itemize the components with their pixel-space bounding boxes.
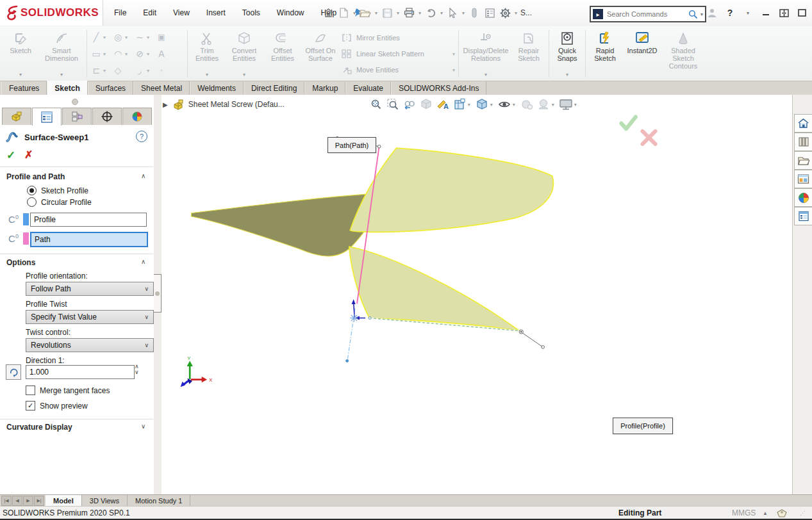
zoom-to-area-icon[interactable] <box>385 97 401 112</box>
spin-down-icon[interactable]: ∨ <box>135 370 139 375</box>
options-list-icon[interactable] <box>482 0 497 26</box>
mirror-entities-button[interactable]: Mirror Entities <box>341 31 455 45</box>
line-icon[interactable]: ╱ <box>89 32 103 42</box>
search-input[interactable] <box>606 10 686 19</box>
circular-profile-radio[interactable] <box>27 197 37 207</box>
line-dropdown[interactable]: ▾ <box>103 35 111 40</box>
tab-scroll-prev[interactable]: ◀ <box>12 496 22 506</box>
design-library-button[interactable] <box>794 133 812 151</box>
display-delete-dropdown[interactable]: ▾ <box>485 71 487 79</box>
fillet-icon[interactable]: ◞ <box>133 65 147 76</box>
show-preview-row[interactable]: ✓ Show preview <box>26 401 88 410</box>
view-settings-dropdown[interactable]: ▾ <box>574 102 580 108</box>
circular-profile-radio-row[interactable]: Circular Profile <box>27 197 92 207</box>
surface-top-lobe[interactable] <box>350 148 553 232</box>
offset-on-surface-button[interactable]: Offset On Surface <box>301 28 340 79</box>
arc-dropdown[interactable]: ▾ <box>125 51 133 57</box>
view-orientation-dropdown[interactable]: ▾ <box>468 102 474 108</box>
merge-tangent-row[interactable]: Merge tangent faces <box>26 386 110 395</box>
move-entities-dropdown[interactable]: ▾ <box>452 67 455 73</box>
help-dropdown[interactable]: ▾ <box>741 0 755 26</box>
print-icon[interactable] <box>401 0 417 26</box>
tab-scroll-last[interactable]: ▶| <box>34 496 44 506</box>
toggle-icon[interactable] <box>467 0 482 26</box>
edit-appearance-icon[interactable] <box>518 97 535 112</box>
linear-sketch-pattern-button[interactable]: Linear Sketch Pattern ▾ <box>341 47 455 61</box>
search-commands-box[interactable]: ▸ ▾ <box>590 6 706 22</box>
search-dropdown[interactable]: ▾ <box>700 12 703 17</box>
menu-edit[interactable]: Edit <box>143 8 156 17</box>
file-explorer-button[interactable] <box>794 151 812 170</box>
tab-direct-editing[interactable]: Direct Editing <box>244 81 304 95</box>
display-delete-relations-button[interactable]: Display/Delete Relations ▾ <box>461 28 511 79</box>
shaded-sketch-contours-button[interactable]: Shaded Sketch Contours <box>662 28 704 79</box>
convert-entities-button[interactable]: Convert Entities ▾ <box>224 28 264 79</box>
sketch-button[interactable]: Sketch ▾ <box>3 28 38 79</box>
tag-icon[interactable] <box>777 509 787 517</box>
path-selection-box[interactable]: Path <box>30 232 148 247</box>
menu-insert[interactable]: Insert <box>206 8 226 17</box>
options-header[interactable]: Options <box>6 258 35 267</box>
revolutions-input[interactable] <box>26 365 135 379</box>
undo-icon[interactable] <box>423 0 438 26</box>
quick-snaps-dropdown[interactable]: ▾ <box>566 71 568 79</box>
linear-pattern-dropdown[interactable]: ▾ <box>452 51 455 57</box>
rectangle-dropdown[interactable]: ▾ <box>103 51 111 57</box>
tab-motion-study-1[interactable]: Motion Study 1 <box>128 495 190 507</box>
circle-icon[interactable]: ◎ <box>111 32 125 42</box>
trim-entities-button[interactable]: Trim Entities ▾ <box>190 28 224 79</box>
tab-solidworks-addins[interactable]: SOLIDWORKS Add-Ins <box>391 81 486 95</box>
minimize-button[interactable] <box>759 0 773 26</box>
apply-scene-dropdown[interactable]: ▾ <box>552 102 558 108</box>
hide-show-items-icon[interactable] <box>496 97 513 112</box>
polygon-icon[interactable]: ◇ <box>111 65 125 76</box>
profile-twist-dropdown[interactable]: Specify Twist Value∨ <box>26 310 154 324</box>
zoom-to-fit-icon[interactable] <box>368 97 385 112</box>
fillet-dropdown[interactable]: ▾ <box>147 68 154 74</box>
accept-check-icon[interactable] <box>621 117 635 129</box>
custom-properties-button[interactable] <box>794 207 812 225</box>
document-label[interactable]: Sheet Metal Screw (Defau... <box>188 100 285 109</box>
units-dropdown-arrow[interactable]: ▲ <box>763 510 768 516</box>
tab-markup[interactable]: Markup <box>304 81 345 95</box>
quick-snaps-button[interactable]: Quick Snaps ▾ <box>551 28 583 79</box>
overflow-label[interactable]: S... <box>520 8 532 17</box>
new-document-icon[interactable] <box>336 0 351 26</box>
paste-region-icon[interactable]: ▣ <box>154 33 169 42</box>
revolutions-spinner[interactable]: ∧∨ <box>135 364 139 375</box>
apply-scene-icon[interactable] <box>535 97 552 112</box>
home-icon[interactable] <box>320 0 336 26</box>
flyout-tree-arrow-icon[interactable]: ▶ <box>163 101 168 108</box>
view-orientation-icon[interactable] <box>451 97 468 112</box>
spline-icon[interactable]: ∼ <box>133 32 147 42</box>
slot-dropdown[interactable]: ▾ <box>103 68 111 74</box>
configuration-manager-tab[interactable] <box>62 108 92 125</box>
solidworks-resources-button[interactable] <box>794 114 812 133</box>
tab-3d-views[interactable]: 3D Views <box>82 495 128 507</box>
slot-icon[interactable]: ⊏ <box>89 65 103 76</box>
smart-dimension-dropdown[interactable]: ▾ <box>60 71 63 79</box>
rapid-sketch-button[interactable]: Rapid Sketch <box>588 28 622 79</box>
circle-dropdown[interactable]: ▾ <box>125 35 133 40</box>
repair-sketch-button[interactable]: Repair Sketch <box>511 28 547 79</box>
sketch-dropdown[interactable]: ▾ <box>19 71 22 79</box>
units-selector[interactable]: MMGS <box>732 508 756 517</box>
menu-file[interactable]: File <box>114 8 126 17</box>
profile-selection-box[interactable]: Profile <box>30 213 147 227</box>
tab-evaluate[interactable]: Evaluate <box>345 81 391 95</box>
arc-icon[interactable]: ◠ <box>111 49 125 59</box>
property-manager-tab[interactable] <box>32 108 62 126</box>
profile-orientation-dropdown[interactable]: Follow Path∨ <box>26 282 154 296</box>
confirmation-corner[interactable] <box>621 117 655 144</box>
tab-weldments[interactable]: Weldments <box>190 81 244 95</box>
display-style-icon[interactable] <box>474 97 490 112</box>
feature-manager-tree-tab[interactable] <box>2 108 31 125</box>
curvature-display-header[interactable]: Curvature Display <box>6 423 72 432</box>
cancel-x-icon[interactable] <box>643 131 656 144</box>
collapse-chevron-icon[interactable]: ∧ <box>141 172 145 179</box>
print-dropdown[interactable]: ▾ <box>417 0 423 26</box>
panel-splitter-handle[interactable] <box>154 274 162 313</box>
hide-show-items-dropdown[interactable]: ▾ <box>513 102 518 108</box>
select-dropdown[interactable]: ▾ <box>460 0 467 26</box>
convert-dropdown[interactable]: ▾ <box>243 71 245 79</box>
